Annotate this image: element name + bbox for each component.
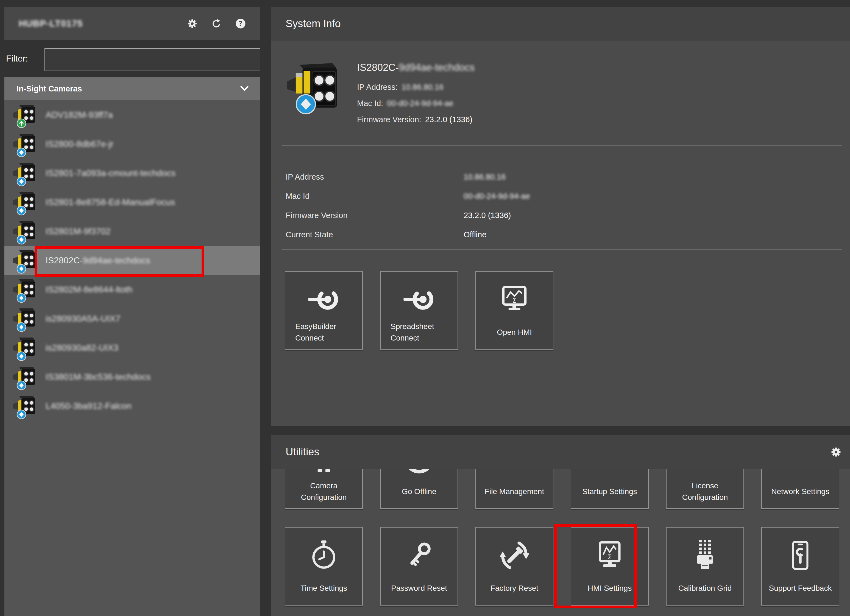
- camera-thumbnail-icon: [12, 276, 40, 304]
- camera-list-item[interactable]: is280930A5A-UIX7: [4, 304, 260, 333]
- spreadsheet-connect-button[interactable]: Spreadsheet Connect: [380, 271, 458, 350]
- utilities-title: Utilities: [286, 446, 319, 458]
- system-info-panel: System Info IS2802C-9d94ae-techdocs IP A…: [271, 7, 850, 426]
- camera-thumbnail-icon: [12, 305, 40, 333]
- camera-thumbnail-icon: [12, 363, 40, 391]
- tile-camera-configuration[interactable]: Camera Configuration: [285, 469, 363, 509]
- system-info-header: System Info: [271, 7, 850, 41]
- tile-file-management[interactable]: File Management: [475, 469, 554, 509]
- camera-thumbnail-icon: [12, 334, 40, 362]
- calibration-grid-icon: [689, 539, 721, 571]
- device-sidebar: HUBP-LT0175: [4, 0, 260, 616]
- detail-row: Mac Id 00-d0-24-9d-94-ae: [286, 190, 807, 203]
- refresh-icon[interactable]: [210, 18, 223, 30]
- hmi-monitor-icon: Σ: [498, 283, 531, 315]
- host-name: HUBP-LT0175: [19, 18, 83, 29]
- camera-list-item[interactable]: IS2801-8e8758-Ed-ManualFocus: [4, 188, 260, 217]
- device-ip-line: IP Address: 10.86.80.16: [357, 83, 474, 92]
- tile-support-feedback[interactable]: Support Feedback: [761, 527, 839, 606]
- device-mac-line: Mac Id: 00-d0-24-9d-94-ae: [357, 99, 474, 108]
- camera-list-item[interactable]: IS2802M-8e8644-ltoth: [4, 275, 260, 304]
- stopwatch-icon: [308, 539, 340, 571]
- tile-hmi-settings[interactable]: Σ HMI Settings: [571, 527, 649, 606]
- utilities-row-2: Time Settings Password Reset: [271, 527, 850, 606]
- device-name: IS2802C-9d94ae-techdocs: [357, 62, 474, 73]
- tile-factory-reset[interactable]: Factory Reset: [475, 527, 554, 606]
- key-icon: [403, 539, 435, 571]
- settings-gear-icon[interactable]: [830, 446, 842, 458]
- device-summary: IS2802C-9d94ae-techdocs IP Address: 10.8…: [357, 62, 474, 131]
- system-info-title: System Info: [286, 18, 341, 30]
- camera-thumbnail-icon: [12, 101, 40, 129]
- utilities-row-1: Camera Configuration Go Offline File Man…: [271, 469, 850, 510]
- camera-list-item[interactable]: IS2801-7a093a-cmount-techdocs: [4, 158, 260, 188]
- camera-thumbnail-icon: [12, 392, 40, 420]
- camera-thumbnail-icon: [12, 160, 40, 187]
- detail-row: Current State Offline: [286, 228, 807, 241]
- camera-list-item-selected[interactable]: IS2802C-9d94ae-techdocs: [4, 246, 260, 275]
- camera-thumbnail-icon: [12, 247, 40, 274]
- camera-list-item[interactable]: IS2801M-9f3702: [4, 217, 260, 246]
- camera-list-item[interactable]: ADV182M-93ff7a: [4, 100, 260, 129]
- divider: [282, 250, 842, 250]
- camera-thumbnail-icon: [12, 189, 40, 216]
- camera-list-item[interactable]: L4050-3ba912-Falcon: [4, 391, 260, 420]
- app-window: HUBP-LT0175: [0, 0, 850, 616]
- camera-thumbnail-icon: [12, 218, 40, 245]
- camera-icon: [308, 469, 340, 475]
- connect-icon: [403, 283, 435, 315]
- svg-text:Σ: Σ: [608, 553, 612, 561]
- camera-group-title: In-Sight Cameras: [16, 84, 82, 93]
- filter-input[interactable]: [45, 48, 260, 71]
- divider: [282, 145, 842, 146]
- device-firmware-line: Firmware Version: 23.2.0 (1336): [357, 115, 474, 124]
- offline-circle-icon: [403, 469, 435, 475]
- connect-icon: [308, 283, 340, 315]
- open-hmi-button[interactable]: Σ Open HMI: [475, 271, 554, 350]
- settings-gear-icon[interactable]: [186, 18, 198, 30]
- chevron-down-icon: [240, 85, 249, 91]
- svg-text:Σ: Σ: [512, 297, 516, 304]
- camera-list-item[interactable]: is280930a82-UIX3: [4, 333, 260, 362]
- tile-startup-settings[interactable]: Startup Settings: [571, 469, 649, 509]
- camera-thumbnail-icon: [12, 130, 40, 158]
- detail-row: Firmware Version 23.2.0 (1336): [286, 209, 807, 222]
- connection-actions: EasyBuilder Connect Spreadsheet Connect …: [271, 271, 850, 350]
- camera-product-image: [286, 59, 345, 117]
- svg-text:?: ?: [239, 19, 242, 27]
- hmi-monitor-icon: Σ: [594, 539, 626, 571]
- factory-reset-icon: [498, 539, 531, 571]
- easybuilder-connect-button[interactable]: EasyBuilder Connect: [285, 271, 363, 350]
- support-feedback-icon: [784, 539, 817, 571]
- camera-list-region: In-Sight Cameras ADV182M-93ff7a IS2800-8…: [4, 77, 260, 616]
- utilities-panel: Utilities C: [271, 435, 850, 616]
- filter-row: Filter:: [4, 40, 260, 77]
- camera-list: ADV182M-93ff7a IS2800-8db67e-jr IS2801-7…: [4, 100, 260, 420]
- camera-group-header[interactable]: In-Sight Cameras: [4, 77, 260, 100]
- tile-network-settings[interactable]: Network Settings: [761, 469, 839, 509]
- sidebar-header: HUBP-LT0175: [4, 7, 260, 40]
- tile-calibration-grid[interactable]: Calibration Grid: [666, 527, 744, 606]
- tile-go-offline[interactable]: Go Offline: [380, 469, 458, 509]
- tile-password-reset[interactable]: Password Reset: [380, 527, 458, 606]
- camera-list-item[interactable]: IS2800-8db67e-jr: [4, 129, 260, 158]
- camera-list-item[interactable]: IS3801M-3bc536-techdocs: [4, 362, 260, 391]
- utilities-header: Utilities: [271, 435, 850, 469]
- tile-time-settings[interactable]: Time Settings: [285, 527, 363, 606]
- filter-label: Filter:: [6, 54, 28, 64]
- help-icon[interactable]: ?: [235, 18, 247, 30]
- tile-license-configuration[interactable]: License Configuration: [666, 469, 744, 509]
- detail-row: IP Address 10.86.80.16: [286, 170, 807, 184]
